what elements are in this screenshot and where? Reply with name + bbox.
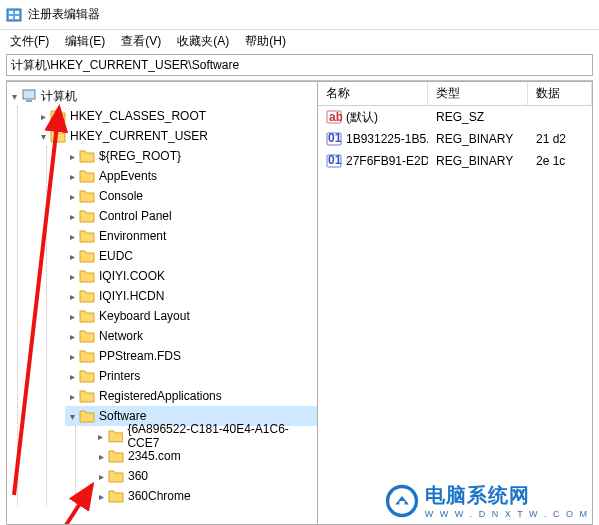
svg-text:011: 011: [328, 131, 342, 145]
tree-node-hkcu-child-3[interactable]: ▸Control Panel: [65, 206, 317, 226]
tree-label: ${REG_ROOT}: [99, 149, 181, 163]
twisty-icon[interactable]: ▾: [36, 131, 50, 142]
tree-label: RegisteredApplications: [99, 389, 222, 403]
tree-node-hkcu[interactable]: ▾HKEY_CURRENT_USER: [36, 126, 317, 146]
svg-rect-2: [15, 11, 19, 14]
svg-text:ab: ab: [329, 110, 342, 124]
value-name: (默认): [346, 109, 378, 126]
menu-help[interactable]: 帮助(H): [237, 31, 294, 52]
menu-favorites[interactable]: 收藏夹(A): [169, 31, 237, 52]
value-row-1[interactable]: 0111B931225-1B5...REG_BINARY21 d2: [318, 128, 592, 150]
tree-node-software-child-2[interactable]: ▸360: [94, 466, 317, 486]
tree-pane[interactable]: ▾计算机▸HKEY_CLASSES_ROOT▾HKEY_CURRENT_USER…: [6, 81, 318, 525]
svg-rect-1: [9, 11, 13, 14]
tree-node-computer[interactable]: ▾计算机: [7, 86, 317, 106]
tree-node-hkcu-child-6[interactable]: ▸IQIYI.COOK: [65, 266, 317, 286]
folder-icon: [79, 349, 95, 363]
twisty-icon[interactable]: ▸: [94, 491, 108, 502]
tree-node-hkcu-child-9[interactable]: ▸Network: [65, 326, 317, 346]
string-value-icon: ab: [326, 109, 342, 125]
tree-node-hkcu-child-0[interactable]: ▸${REG_ROOT}: [65, 146, 317, 166]
title-bar: 注册表编辑器: [0, 0, 599, 30]
twisty-icon[interactable]: ▸: [65, 251, 79, 262]
tree-label: Printers: [99, 369, 140, 383]
twisty-icon[interactable]: ▸: [65, 231, 79, 242]
values-header: 名称 类型 数据: [318, 82, 592, 106]
watermark-main: 电脑系统网: [425, 482, 530, 509]
address-path: 计算机\HKEY_CURRENT_USER\Software: [11, 57, 239, 74]
svg-rect-0: [7, 9, 21, 21]
folder-icon: [79, 189, 95, 203]
tree-node-hkcu-child-2[interactable]: ▸Console: [65, 186, 317, 206]
value-row-2[interactable]: 01127F6FB91-E2D...REG_BINARY2e 1c: [318, 150, 592, 172]
twisty-icon[interactable]: ▸: [65, 291, 79, 302]
menu-view[interactable]: 查看(V): [113, 31, 169, 52]
address-bar[interactable]: 计算机\HKEY_CURRENT_USER\Software: [6, 54, 593, 76]
twisty-icon[interactable]: ▸: [65, 151, 79, 162]
content-area: ▾计算机▸HKEY_CLASSES_ROOT▾HKEY_CURRENT_USER…: [6, 80, 593, 525]
menu-file[interactable]: 文件(F): [2, 31, 57, 52]
binary-value-icon: 011: [326, 131, 342, 147]
twisty-icon[interactable]: ▸: [94, 431, 108, 442]
twisty-icon[interactable]: ▸: [65, 331, 79, 342]
folder-icon: [108, 469, 124, 483]
tree-label: PPStream.FDS: [99, 349, 181, 363]
tree-label: Network: [99, 329, 143, 343]
twisty-icon[interactable]: ▸: [65, 351, 79, 362]
values-body: ab(默认)REG_SZ0111B931225-1B5...REG_BINARY…: [318, 106, 592, 172]
folder-icon: [108, 449, 124, 463]
tree-node-hkcu-child-1[interactable]: ▸AppEvents: [65, 166, 317, 186]
tree-node-hkcu-child-7[interactable]: ▸IQIYI.HCDN: [65, 286, 317, 306]
twisty-icon[interactable]: ▾: [7, 91, 21, 102]
values-pane: 名称 类型 数据 ab(默认)REG_SZ0111B931225-1B5...R…: [318, 81, 593, 525]
tree-label: IQIYI.COOK: [99, 269, 165, 283]
watermark: 电脑系统网 W W W . D N X T W . C O M: [385, 482, 589, 519]
watermark-logo-icon: [385, 484, 419, 518]
tree-node-software-child-0[interactable]: ▸{6A896522-C181-40E4-A1C6-CCE7: [94, 426, 317, 446]
tree-label: IQIYI.HCDN: [99, 289, 164, 303]
folder-icon: [79, 289, 95, 303]
value-data: 2e 1c: [528, 152, 592, 170]
twisty-icon[interactable]: ▸: [65, 311, 79, 322]
twisty-icon[interactable]: ▸: [65, 171, 79, 182]
value-type: REG_BINARY: [428, 130, 528, 148]
value-name: 1B931225-1B5...: [346, 132, 428, 146]
folder-icon: [79, 309, 95, 323]
svg-rect-4: [15, 16, 19, 19]
folder-icon: [50, 109, 66, 123]
folder-icon: [108, 489, 124, 503]
folder-icon: [79, 409, 95, 423]
twisty-icon[interactable]: ▸: [65, 271, 79, 282]
tree-node-hkcu-child-12[interactable]: ▸RegisteredApplications: [65, 386, 317, 406]
folder-icon: [79, 389, 95, 403]
tree-node-hkcu-child-11[interactable]: ▸Printers: [65, 366, 317, 386]
folder-icon: [79, 369, 95, 383]
twisty-icon[interactable]: ▸: [65, 371, 79, 382]
tree-node-software-child-3[interactable]: ▸360Chrome: [94, 486, 317, 506]
twisty-icon[interactable]: ▸: [65, 391, 79, 402]
value-row-0[interactable]: ab(默认)REG_SZ: [318, 106, 592, 128]
folder-icon: [79, 249, 95, 263]
twisty-icon[interactable]: ▸: [65, 191, 79, 202]
twisty-icon[interactable]: ▸: [65, 211, 79, 222]
header-type[interactable]: 类型: [428, 82, 528, 105]
value-type: REG_BINARY: [428, 152, 528, 170]
tree-node-software-child-1[interactable]: ▸2345.com: [94, 446, 317, 466]
menu-edit[interactable]: 编辑(E): [57, 31, 113, 52]
tree-node-hkcu-child-5[interactable]: ▸EUDC: [65, 246, 317, 266]
twisty-icon[interactable]: ▾: [65, 411, 79, 422]
tree-label: 360: [128, 469, 148, 483]
tree-node-hkcu-child-4[interactable]: ▸Environment: [65, 226, 317, 246]
tree-label: 2345.com: [128, 449, 181, 463]
tree-node-hkcu-child-10[interactable]: ▸PPStream.FDS: [65, 346, 317, 366]
header-name[interactable]: 名称: [318, 82, 428, 105]
folder-icon: [50, 129, 66, 143]
tree-node-hkcr[interactable]: ▸HKEY_CLASSES_ROOT: [36, 106, 317, 126]
twisty-icon[interactable]: ▸: [94, 471, 108, 482]
folder-icon: [79, 269, 95, 283]
twisty-icon[interactable]: ▸: [94, 451, 108, 462]
tree-label: AppEvents: [99, 169, 157, 183]
header-data[interactable]: 数据: [528, 82, 592, 105]
tree-node-hkcu-child-8[interactable]: ▸Keyboard Layout: [65, 306, 317, 326]
twisty-icon[interactable]: ▸: [36, 111, 50, 122]
